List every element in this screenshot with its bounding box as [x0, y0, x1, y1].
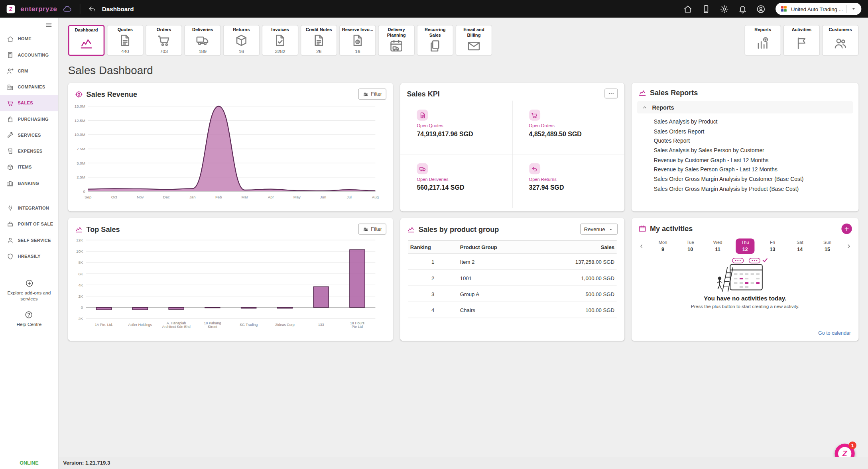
report-link-revenue-by-customer-graph-last-12-months[interactable]: Revenue by Customer Graph - Last 12 Mont… [632, 155, 858, 165]
top-sales-filter-button[interactable]: Filter [358, 224, 386, 235]
kpi-label[interactable]: Open Quotes [417, 124, 506, 128]
report-link-sales-order-gross-margin-analysis-by-product-base-cost[interactable]: Sales Order Gross Margin Analysis by Pro… [632, 184, 858, 194]
tab-count: 16 [239, 49, 244, 54]
day-number: 9 [653, 247, 672, 252]
tab-customers[interactable]: Customers [822, 25, 859, 56]
mobile-button[interactable] [700, 3, 712, 15]
sidebar-item-point-of-sale[interactable]: POINT OF SALE [0, 216, 58, 232]
day-number: 13 [763, 247, 782, 252]
tab-orders[interactable]: Orders 703 [146, 25, 182, 56]
kpi-value: 74,919,617.96 SGD [417, 131, 506, 137]
sidebar-item-label: SALES [18, 101, 33, 106]
activities-illustration [709, 257, 781, 293]
next-week-button[interactable] [845, 243, 852, 250]
tab-dashboard[interactable]: Dashboard [68, 25, 105, 56]
tab-reports[interactable]: Reports [744, 25, 781, 56]
tab-label: Credit Notes [306, 27, 332, 32]
day-sun[interactable]: Sun 15 [818, 238, 837, 254]
help-centre-button[interactable]: Help Centre [13, 310, 45, 328]
sidebar-item-label: HREASILY [18, 254, 40, 259]
sidebar-item-accounting[interactable]: ACCOUNTING [0, 47, 58, 63]
reports-group-toggle[interactable]: Reports [637, 101, 853, 114]
top-sales-card: Top Sales Filter -2K02K4K6K8K10K12K1A Pt… [68, 218, 393, 341]
report-link-sales-analysis-by-sales-person-by-customer[interactable]: Sales Analysis by Sales Person by Custom… [632, 145, 858, 155]
sales-kpi-title: Sales KPI [407, 89, 439, 98]
sidebar-item-banking[interactable]: BANKING [0, 175, 58, 191]
report-link-sales-order-gross-margin-analysis-by-customer-base-cost[interactable]: Sales Order Gross Margin Analysis by Cus… [632, 175, 858, 184]
plus-circle-icon [25, 279, 33, 288]
svg-text:May: May [293, 195, 301, 199]
sidebar-item-services[interactable]: SERVICES [0, 127, 58, 143]
sidebar-item-integration[interactable]: INTEGRATION [0, 200, 58, 216]
tab-label: Quotes [118, 27, 133, 32]
go-to-calendar-link[interactable]: Go to calendar [818, 330, 851, 336]
back-button[interactable] [88, 5, 96, 13]
kpi-label[interactable]: Open Returns [529, 177, 619, 182]
hamburger-menu-button[interactable] [45, 21, 52, 29]
report-link-sales-analysis-by-product[interactable]: Sales Analysis by Product [632, 117, 858, 126]
mail-icon [466, 39, 481, 53]
sales-revenue-filter-button[interactable]: Filter [358, 88, 386, 100]
day-tue[interactable]: Tue 10 [681, 238, 700, 254]
sidebar-item-sales[interactable]: SALES [0, 95, 58, 111]
sidebar-item-purchasing[interactable]: PURCHASING [0, 111, 58, 127]
sidebar-item-self-service[interactable]: SELF SERVICE [0, 232, 58, 248]
kpi-label[interactable]: Open Deliveries [417, 177, 506, 182]
tab-recurring-sales[interactable]: Recurring Sales [417, 25, 453, 56]
table-row[interactable]: 1Item 2137,258.00 SGD [408, 254, 616, 270]
kpi-label[interactable]: Open Orders [529, 124, 619, 128]
home-button[interactable] [682, 3, 693, 15]
plug-icon [7, 205, 14, 212]
my-activities-card: My activities Mon 9Tue 10Wed 11Thu 12Fri… [632, 218, 858, 341]
tab-label: Reserve Invo... [342, 27, 373, 32]
table-row[interactable]: 3Group A500.00 SGD [408, 286, 616, 302]
explore-addons-button[interactable]: Explore add-ons and services [0, 279, 58, 302]
tab-activities[interactable]: Activities [783, 25, 820, 56]
enterpryze-logo-icon[interactable]: Z [7, 5, 15, 13]
tab-quotes[interactable]: Quotes 440 [107, 25, 144, 56]
tab-delivery-planning[interactable]: Delivery Planning [378, 25, 415, 56]
previous-week-button[interactable] [638, 243, 645, 250]
sales-cell: 1,000.00 SGD [546, 270, 617, 286]
metric-select[interactable]: Revenue [580, 224, 618, 235]
sidebar-item-items[interactable]: ITEMS [0, 159, 58, 175]
sidebar-item-hreasily[interactable]: HREASILY [0, 248, 58, 264]
report-link-quotes-report[interactable]: Quotes Report [632, 136, 858, 145]
no-activities-message: You have no activities today. [632, 295, 858, 302]
day-wed[interactable]: Wed 11 [708, 238, 727, 254]
tab-deliveries[interactable]: Deliveries 189 [184, 25, 221, 56]
tab-returns[interactable]: Returns 16 [223, 25, 260, 56]
svg-text:Street: Street [208, 325, 217, 329]
day-mon[interactable]: Mon 9 [653, 238, 672, 254]
svg-text:2K: 2K [78, 294, 83, 298]
tab-label: Delivery Planning [380, 27, 413, 38]
table-row[interactable]: 4Chairs100.00 SGD [408, 302, 616, 318]
person-circle-button[interactable] [755, 3, 767, 15]
kpi-more-button[interactable] [604, 88, 618, 98]
day-sat[interactable]: Sat 14 [791, 238, 809, 254]
person-circle-icon [756, 4, 766, 14]
day-of-week: Fri [763, 240, 782, 245]
tab-email-and-billing[interactable]: Email and Billing [456, 25, 492, 56]
gear-button[interactable] [718, 3, 730, 15]
tab-reserve-invo[interactable]: Reserve Invo... 16 [339, 25, 376, 56]
report-link-revenue-by-sales-person-graph-last-12-months[interactable]: Revenue by Sales Person Graph - Last 12 … [632, 165, 858, 175]
sidebar-item-expenses[interactable]: EXPENSES [0, 143, 58, 159]
cloud-icon [63, 4, 72, 14]
pos-icon [7, 221, 14, 228]
tab-invoices[interactable]: Invoices 3282 [262, 25, 299, 56]
table-row[interactable]: 210011,000.00 SGD [408, 270, 616, 286]
svg-text:5.0M: 5.0M [77, 161, 85, 165]
tab-credit-notes[interactable]: Credit Notes 26 [301, 25, 337, 56]
add-activity-button[interactable] [841, 224, 852, 234]
truck-icon [195, 33, 210, 48]
company-selector[interactable]: United Auto Trading ... [775, 3, 861, 15]
status-bar: ONLINE Version: 1.21.719.3 [0, 457, 868, 469]
sidebar-item-home[interactable]: HOME [0, 31, 58, 47]
report-link-sales-orders-report[interactable]: Sales Orders Report [632, 126, 858, 136]
bell-button[interactable] [737, 3, 748, 15]
day-thu[interactable]: Thu 12 [736, 238, 754, 254]
sidebar-item-companies[interactable]: COMPANIES [0, 79, 58, 95]
day-fri[interactable]: Fri 13 [763, 238, 782, 254]
sidebar-item-crm[interactable]: CRM [0, 63, 58, 79]
